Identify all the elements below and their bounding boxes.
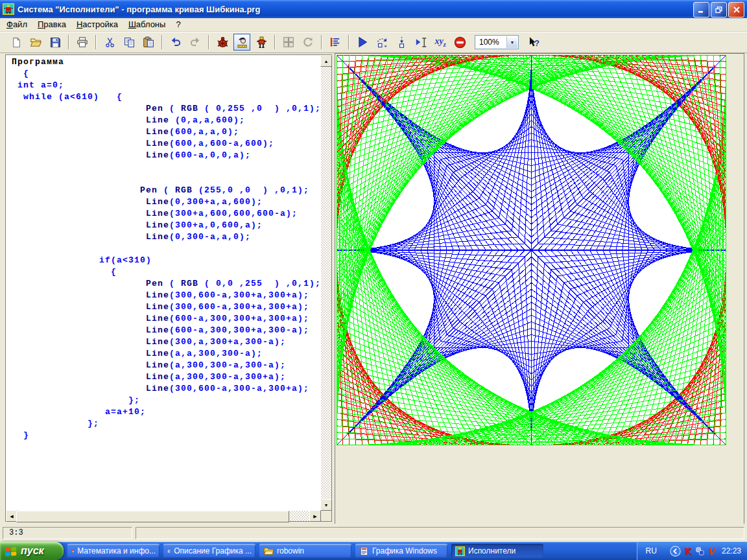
- turtle-icon: [217, 36, 229, 49]
- toolbar-separator: [348, 35, 350, 49]
- copy-icon: [124, 37, 135, 48]
- svg-text:W: W: [168, 550, 171, 552]
- code-editor-panel: Программа { int a=0; while (a<610) { Pen…: [5, 54, 332, 522]
- code-line: Pen ( RGB ( 0,0 ,255 ) ,0,1);: [12, 278, 321, 290]
- tile-windows-button[interactable]: [280, 34, 297, 51]
- zoom-combobox[interactable]: 100% ▼: [475, 35, 519, 49]
- run-to-cursor-button[interactable]: [412, 34, 429, 51]
- restore-button[interactable]: [711, 2, 727, 18]
- copy-button[interactable]: [121, 34, 137, 51]
- code-editor[interactable]: Программа { int a=0; while (a<610) { Pen…: [6, 55, 321, 511]
- drawing-output-panel: [335, 53, 744, 525]
- taskbar-button-browser[interactable]: Математика и инфо...: [67, 544, 160, 558]
- taskbar-button-folder[interactable]: robowin: [259, 544, 351, 558]
- undo-button[interactable]: [167, 34, 184, 51]
- variables-button[interactable]: xyz: [432, 34, 449, 51]
- variables-icon: xyz: [434, 36, 445, 48]
- language-indicator[interactable]: RU: [645, 546, 656, 555]
- hide-icons-chevron-icon[interactable]: [670, 546, 681, 557]
- context-help-button[interactable]: ?: [525, 34, 542, 51]
- tile-windows-icon: [283, 36, 294, 48]
- taskbar-button-executors[interactable]: Исполнители: [451, 544, 543, 558]
- toolbar-separator: [208, 35, 209, 49]
- start-button[interactable]: пуск: [0, 542, 64, 560]
- vertical-scrollbar[interactable]: ▲ ▼: [321, 55, 331, 511]
- code-line: Line(300+a,600,600,600-a);: [12, 208, 321, 220]
- code-line: Программа: [12, 56, 321, 68]
- toolbar-separator: [161, 35, 163, 49]
- scroll-up-button[interactable]: ▲: [320, 55, 332, 67]
- step-over-button[interactable]: [374, 34, 390, 51]
- horizontal-scroll-thumb[interactable]: [16, 511, 289, 522]
- taskbar: пуск Математика и инфо... W Описание Гра…: [0, 542, 747, 560]
- network-tray-icon[interactable]: [695, 546, 705, 556]
- minimize-button[interactable]: [693, 2, 709, 18]
- clock[interactable]: 22:23: [722, 546, 741, 555]
- executor-draftsman-button[interactable]: [233, 34, 250, 51]
- save-icon: [50, 37, 61, 48]
- drawing-canvas: [337, 55, 726, 445]
- taskbar-button-graphics-doc[interactable]: Графика Windows: [355, 544, 447, 558]
- menu-settings[interactable]: Настройка: [71, 18, 123, 31]
- new-file-button[interactable]: [8, 34, 25, 51]
- title-bar[interactable]: Система "Исполнители" - программа кривая…: [0, 0, 747, 18]
- run-to-cursor-icon: [415, 36, 427, 49]
- run-button[interactable]: [354, 34, 371, 51]
- code-line: }: [12, 430, 321, 441]
- antivirus-tray-icon[interactable]: K: [685, 546, 691, 556]
- code-line: Line(600,a,600-a,600);: [12, 138, 321, 150]
- scrollbar-corner: [321, 511, 331, 521]
- redo-icon: [189, 36, 201, 48]
- print-button[interactable]: [74, 34, 91, 51]
- executor-turtle-button[interactable]: [214, 34, 231, 51]
- toolbar-separator: [95, 35, 97, 49]
- save-button[interactable]: [47, 34, 64, 51]
- code-line: Line(300,a,300+a,300-a);: [12, 336, 321, 348]
- cursor-position-cell: 3:3: [3, 527, 132, 539]
- code-line: {: [12, 266, 321, 278]
- menu-file[interactable]: Файл: [1, 18, 32, 31]
- code-line: Line(300,600-a,300-a,300+a);: [12, 383, 321, 395]
- undo-icon: [170, 36, 182, 48]
- open-file-button[interactable]: [27, 34, 44, 51]
- menu-templates[interactable]: Шаблоны: [123, 18, 171, 31]
- taskbar-button-label: Графика Windows: [372, 546, 437, 555]
- taskbar-button-word-doc[interactable]: W Описание Графика ...: [163, 544, 255, 558]
- cut-icon: [104, 37, 115, 48]
- step-into-button[interactable]: [393, 34, 410, 51]
- executor-robot-button[interactable]: [253, 34, 270, 51]
- stop-button[interactable]: [451, 34, 468, 51]
- refresh-button[interactable]: [300, 34, 316, 51]
- menu-edit[interactable]: Правка: [32, 18, 71, 31]
- zoom-dropdown-button[interactable]: ▼: [506, 36, 517, 48]
- taskbar-button-label: Математика и инфо...: [77, 546, 156, 555]
- zoom-value: 100%: [479, 38, 499, 47]
- v-tray-icon[interactable]: V: [709, 546, 715, 557]
- paste-button[interactable]: [140, 34, 157, 51]
- code-line: Line(0,300+a,a,600);: [12, 196, 321, 208]
- paste-icon: [143, 36, 154, 48]
- cut-button[interactable]: [101, 34, 118, 51]
- executors-app-icon: [455, 546, 465, 556]
- robot-icon: [255, 36, 268, 49]
- taskbar-button-label: robowin: [277, 546, 304, 555]
- horizontal-scrollbar[interactable]: ◀ ▶: [6, 511, 321, 521]
- code-line: Line(600-a,300,300+a,300+a);: [12, 313, 321, 325]
- program-listing-icon: [329, 36, 341, 48]
- chrome-icon: [71, 546, 74, 556]
- scroll-right-button[interactable]: ▶: [309, 510, 321, 522]
- taskbar-button-label: Исполнители: [468, 546, 516, 555]
- help-cursor-icon: ?: [528, 36, 540, 49]
- program-listing-button[interactable]: [327, 34, 344, 51]
- system-tray: RU K V 22:23: [637, 542, 747, 560]
- close-button[interactable]: [728, 2, 744, 18]
- code-line: [12, 243, 321, 255]
- app-icon[interactable]: [3, 3, 14, 15]
- stop-icon: [454, 36, 466, 49]
- code-line: Pen ( RGB ( 0,255 ,0 ) ,0,1);: [12, 103, 321, 115]
- code-line: if(a<310): [12, 255, 321, 266]
- scroll-down-button[interactable]: ▼: [320, 499, 332, 511]
- menu-help[interactable]: ?: [171, 18, 185, 31]
- code-line: Line (0,a,a,600);: [12, 115, 321, 126]
- redo-button[interactable]: [187, 34, 204, 51]
